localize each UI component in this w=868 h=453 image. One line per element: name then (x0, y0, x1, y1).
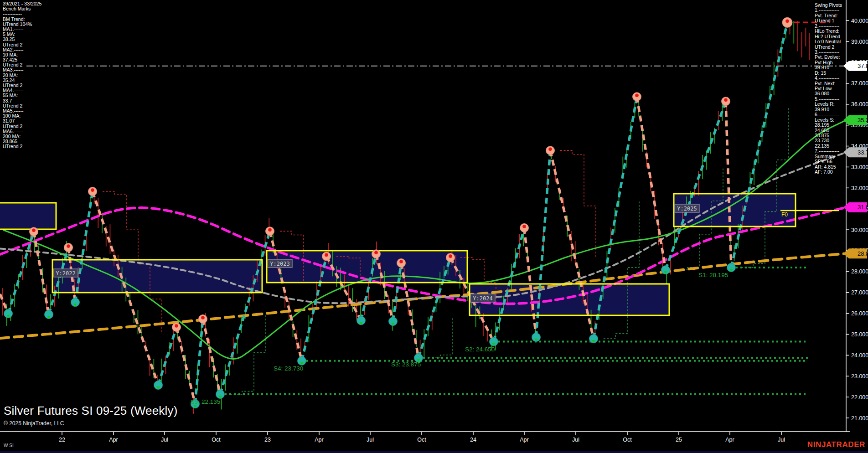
support-label-s2: S2: 24.650 (465, 346, 495, 353)
year-label: Y:2025 (677, 206, 697, 212)
copyright-text: © 2025 NinjaTrader, LLC (4, 420, 178, 427)
swing-high-dot-icon (67, 244, 70, 248)
zigzag-upswing (195, 319, 203, 404)
price-tick-label: 24.000 (851, 352, 868, 359)
swing-zigzag (0, 22, 787, 404)
swing-pivots-line: 39.910 (815, 65, 847, 70)
support-label-s3: S3: 23.875 (391, 361, 421, 368)
price-tick-label: 22.000 (851, 394, 868, 401)
price-tick-label: 25.000 (851, 331, 868, 338)
price-tag-value: 37.830 (858, 62, 868, 69)
benchmarks-line: 38.25 (3, 37, 76, 42)
price-tick-label: 26.000 (851, 310, 868, 317)
swing-high-dot-icon (635, 93, 639, 97)
time-tick-label: Apr (725, 437, 734, 443)
swing-pivots-panel: Swing Pivots1.-------------Pvt. Trend:UT… (815, 3, 847, 175)
benchmarks-line: UTrend 2 (3, 42, 76, 47)
price-tick-label: 28.000 (851, 268, 868, 275)
swing-pivots-line: Lo:0 Neutral (815, 39, 847, 44)
f0-label: F0 (781, 211, 788, 218)
swing-pivots-line: AF: 7.00 (815, 170, 847, 175)
time-tick-label: Oct (417, 437, 426, 443)
support-label-s4: S4: 23.730 (274, 365, 303, 372)
time-tick-label: 24 (470, 437, 476, 443)
time-axis[interactable]: 22AprJulOct23AprJulOct24AprJulOct25AprJu… (0, 432, 850, 443)
price-tag-value: 28.863 (858, 250, 868, 257)
brand-logo: NINJATRADER (807, 440, 865, 449)
swing-high-dot-icon (785, 20, 789, 23)
time-tick-label: 22 (59, 437, 65, 443)
price-tick-label: 40.000 (851, 18, 868, 24)
zigzag-upswing (731, 22, 787, 268)
chart-title: Silver Futures SI 09-25 (Weekly) (4, 404, 178, 418)
swing-high-dot-icon (175, 324, 178, 328)
time-tick-label: 25 (676, 437, 682, 443)
swing-high-dot-icon (201, 316, 205, 319)
price-tag-value: 35.240 (858, 117, 868, 124)
benchmarks-panel: 39/2021 - 33/2025Bench Marks------------… (3, 1, 76, 149)
price-tick-label: 39.000 (851, 39, 868, 45)
price-tick-label: 36.000 (851, 101, 868, 108)
swing-pivots-line: SP's: 66 (815, 159, 847, 164)
time-tick-label: Apr (520, 437, 528, 443)
price-tick-label: 23.000 (851, 373, 868, 380)
zigzag-downswing (637, 97, 666, 270)
time-tick-label: Jul (778, 437, 785, 443)
swing-high-dot-icon (522, 225, 526, 228)
time-tick-label: Oct (623, 437, 632, 443)
swing-pivots-line: 28.195 (815, 123, 847, 128)
swing-high-dot-icon (268, 228, 272, 232)
time-tick-label: Oct (212, 437, 221, 443)
price-tag-value: 33.702 (858, 149, 868, 156)
swing-high-dot-icon (374, 251, 378, 255)
swing-high-dot-icon (724, 98, 728, 102)
time-tick-label: Jul (367, 437, 374, 443)
zigzag-upswing (158, 327, 176, 385)
swing-high-dot-icon (325, 253, 328, 257)
zigzag-downswing (176, 327, 195, 404)
benchmarks-line: 31.07 (3, 118, 76, 124)
moving-averages (0, 120, 846, 359)
instrument-tag: W SI (4, 443, 14, 448)
swing-pivots-line: 6.------------- (815, 112, 847, 117)
price-tick-label: 32.000 (851, 185, 868, 191)
swing-pivots-line: 4.------------- (815, 76, 847, 81)
benchmarks-line: UTrend 2 (3, 124, 76, 129)
year-label: Y:2024 (473, 295, 492, 302)
swing-high-dot-icon (548, 147, 552, 151)
price-chart[interactable]: F0Y:2022Y:2023Y:2024Y:2025S1: 28.195S2: … (0, 0, 868, 453)
year-label: Y:2022 (56, 270, 75, 277)
price-tick-label: 27.000 (851, 289, 868, 296)
chart-window: F0Y:2022Y:2023Y:2024Y:2025S1: 28.195S2: … (0, 0, 868, 453)
time-tick-label: Apr (109, 437, 118, 443)
benchmarks-line: UTrend 2 (3, 144, 76, 149)
ma-20-green (4, 120, 846, 359)
price-tag-value: 31.071 (858, 204, 868, 211)
time-tick-label: Jul (161, 437, 168, 443)
swing-pivots-line: HiLo Trend: (815, 29, 847, 34)
time-tick-label: Apr (315, 437, 323, 443)
benchmarks-line: MA3.------ (3, 67, 76, 72)
price-tick-label: 33.000 (851, 164, 868, 170)
price-tick-label: 37.000 (851, 80, 868, 87)
benchmarks-line: 55 MA: (3, 93, 76, 98)
time-tick-label: Jul (572, 437, 579, 443)
title-block: Silver Futures SI 09-25 (Weekly) © 2025 … (4, 404, 178, 427)
swing-high-dot-icon (449, 254, 452, 258)
time-tick-label: 23 (264, 437, 271, 443)
zigzag-downswing (34, 232, 49, 314)
support-label-s1: S1: 28.195 (698, 272, 728, 278)
bottom-strip (0, 451, 868, 453)
support-label-s5: S5: 22.135 (191, 398, 220, 405)
zigzag-downswing (524, 228, 536, 337)
swing-high-dot-icon (91, 188, 94, 192)
swing-high-dot-icon (32, 228, 36, 232)
swing-pivots-line: 7.------------- (815, 149, 847, 154)
benchmarks-line: ------------ (3, 11, 76, 16)
year-label: Y:2023 (270, 261, 289, 267)
swing-high-dot-icon (399, 260, 403, 263)
price-tick-label: 21.000 (851, 415, 868, 422)
price-tick-label: 30.000 (851, 227, 868, 233)
